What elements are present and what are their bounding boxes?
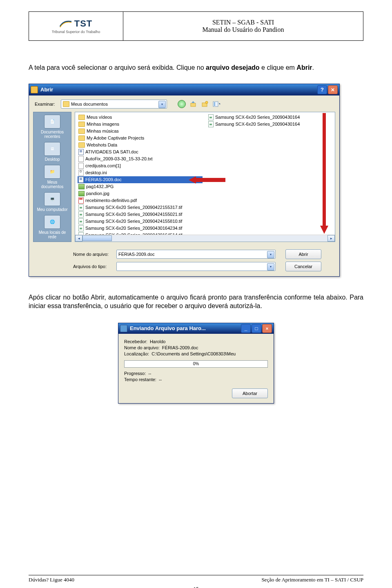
header-line2: Manual do Usuário do Pandion bbox=[203, 26, 284, 33]
file-item-label: Samsung SCX-6x20 Series_20090430164 bbox=[215, 115, 300, 120]
file-item[interactable]: desktop.ini bbox=[78, 169, 203, 176]
scroll-track[interactable] bbox=[82, 235, 327, 241]
tif-icon bbox=[208, 121, 214, 127]
file-item[interactable]: AutoFix_2009-03-30_15-33-20.txt bbox=[78, 155, 203, 162]
filename-label: Nome do arquivo: bbox=[73, 252, 112, 257]
network-icon: 🌐 bbox=[44, 215, 60, 229]
place-network[interactable]: 🌐Meus locais de rede bbox=[36, 215, 69, 239]
file-item-label: Minhas imagens bbox=[87, 122, 119, 126]
doc-icon bbox=[78, 149, 84, 155]
folder-icon bbox=[78, 122, 85, 127]
file-item[interactable]: Samsung SCX-6x20 Series_20090430164 bbox=[207, 114, 332, 121]
up-one-level-icon[interactable] bbox=[190, 100, 197, 108]
status-row: Nome do arquivo:FÉRIAS-2009.doc bbox=[124, 345, 268, 350]
file-item-label: Samsung SCX-6x20 Series_20090430164234.t… bbox=[85, 226, 182, 231]
folder-icon bbox=[63, 101, 69, 107]
mycomputer-icon: 💻 bbox=[44, 192, 60, 206]
tif-icon bbox=[78, 225, 84, 231]
new-folder-icon[interactable] bbox=[201, 100, 209, 108]
status-row: Tempo restante:-- bbox=[124, 377, 268, 382]
svg-point-2 bbox=[205, 101, 208, 104]
back-icon[interactable] bbox=[178, 100, 186, 108]
scroll-left-icon[interactable]: ◂ bbox=[75, 235, 82, 242]
file-item[interactable]: recebimento-definitivo.pdf bbox=[78, 197, 203, 204]
txt-icon bbox=[78, 163, 84, 169]
file-item[interactable]: Minhas músicas bbox=[78, 128, 203, 135]
page-header: TST Tribunal Superior do Trabalho SETIN … bbox=[29, 11, 363, 41]
page-footer: Dúvidas? Ligue 4040 Seção de Aprimoramen… bbox=[29, 575, 363, 583]
filetype-label: Arquivos do tipo: bbox=[73, 264, 112, 269]
folder-icon bbox=[78, 135, 85, 141]
open-dialog-titlebar[interactable]: Abrir ? × bbox=[29, 84, 339, 95]
place-desktop[interactable]: 🖥Desktop bbox=[36, 142, 69, 162]
paragraph-2: Após clicar no botão Abrir, automaticame… bbox=[29, 293, 363, 311]
cancel-button[interactable]: Cancelar bbox=[285, 262, 321, 271]
status-dialog-titlebar[interactable]: Enviando Arquivo para Haro... _ □ × bbox=[118, 323, 274, 334]
folder-icon bbox=[78, 129, 85, 134]
svg-marker-9 bbox=[320, 226, 328, 234]
file-item[interactable]: FÉRIAS-2009.doc bbox=[78, 176, 203, 183]
file-item[interactable]: Samsung SCX-6x20 Series_20090422155317.t… bbox=[78, 204, 203, 211]
file-item-label: My Adobe Captivate Projects bbox=[87, 135, 144, 140]
header-line1: SETIN – SGAB - SATI bbox=[212, 19, 274, 26]
status-row: Recebedor:Haroldo bbox=[124, 339, 268, 344]
svg-rect-6 bbox=[214, 105, 215, 106]
file-item-label: Samsung SCX-6x20 Series_20090424155021.t… bbox=[85, 212, 182, 217]
save-icon bbox=[120, 325, 127, 332]
file-item[interactable]: Minhas imagens bbox=[78, 121, 203, 128]
svg-rect-4 bbox=[214, 102, 215, 103]
file-item-label: Samsung SCX-6x20 Series_20090430164 bbox=[215, 122, 300, 126]
lookin-combo[interactable]: Meus documentos ▾ bbox=[61, 100, 167, 109]
scroll-thumb[interactable] bbox=[82, 235, 112, 241]
file-item[interactable]: Meus vídeos bbox=[78, 114, 203, 121]
place-recent[interactable]: 📄Documentos recentes bbox=[36, 115, 69, 139]
file-item[interactable]: pandion.jpg bbox=[78, 190, 203, 197]
img-icon bbox=[78, 191, 85, 196]
img-icon bbox=[78, 184, 85, 189]
mydocs-icon: 📁 bbox=[44, 165, 60, 179]
doc-icon bbox=[78, 177, 84, 183]
footer-left: Dúvidas? Ligue 4040 bbox=[29, 577, 74, 583]
file-item[interactable]: Samsung SCX-6x20 Series_20090424155810.t… bbox=[78, 218, 203, 225]
progress-bar: 0% bbox=[124, 360, 268, 368]
open-button[interactable]: Abrir bbox=[285, 249, 321, 259]
file-item-label: Samsung SCX-6x20 Series_20090424155810.t… bbox=[85, 219, 182, 224]
file-item[interactable]: pag1432.JPG bbox=[78, 183, 203, 190]
file-item[interactable]: credijustra.com[1] bbox=[78, 162, 203, 169]
close-button[interactable]: × bbox=[328, 85, 338, 94]
horizontal-scrollbar[interactable]: ◂ ▸ bbox=[75, 235, 335, 242]
file-item[interactable]: Samsung SCX-6x20 Series_20090430164 bbox=[207, 121, 332, 128]
filename-input[interactable]: FÉRIAS-2009.doc ▾ bbox=[116, 250, 276, 259]
file-item-label: recebimento-definitivo.pdf bbox=[85, 198, 137, 203]
filetype-combo[interactable]: ▾ bbox=[116, 262, 276, 271]
svg-rect-0 bbox=[191, 103, 196, 107]
help-button[interactable]: ? bbox=[317, 85, 327, 94]
file-item[interactable]: Samsung SCX-6x20 Series_20090430164234.t… bbox=[78, 225, 203, 232]
file-item[interactable]: My Adobe Captivate Projects bbox=[78, 135, 203, 142]
file-item-label: Minhas músicas bbox=[87, 129, 119, 133]
abort-button[interactable]: Abortar bbox=[232, 388, 268, 398]
file-item[interactable]: ATIVIDADES DA SATI.doc bbox=[78, 149, 203, 155]
file-item-label: ATIVIDADES DA SATI.doc bbox=[85, 149, 138, 154]
page-number: 15 bbox=[0, 586, 392, 588]
paragraph-1: A tela para você selecionar o arquivo se… bbox=[29, 63, 363, 72]
lookin-label: Examinar: bbox=[35, 102, 58, 107]
chevron-down-icon[interactable]: ▾ bbox=[267, 251, 274, 258]
file-item[interactable]: Samsung SCX-6x20 Series_20090424155021.t… bbox=[78, 211, 203, 218]
ini-icon bbox=[78, 170, 84, 176]
views-icon[interactable] bbox=[213, 100, 220, 108]
minimize-button[interactable]: _ bbox=[241, 324, 251, 333]
chevron-down-icon[interactable]: ▾ bbox=[267, 263, 274, 271]
place-mydocs[interactable]: 📁Meus documentos bbox=[36, 165, 69, 189]
logo-subtitle: Tribunal Superior do Trabalho bbox=[52, 30, 100, 34]
file-list-pane[interactable]: Meus vídeosMinhas imagensMinhas músicasM… bbox=[75, 112, 335, 242]
logo-cell: TST Tribunal Superior do Trabalho bbox=[29, 12, 123, 40]
file-item-label: Webshots Data bbox=[87, 142, 117, 147]
chevron-down-icon[interactable]: ▾ bbox=[158, 101, 166, 108]
scroll-right-icon[interactable]: ▸ bbox=[327, 235, 335, 242]
place-mycomputer[interactable]: 💻Meu computador bbox=[36, 192, 69, 212]
maximize-button[interactable]: □ bbox=[252, 324, 261, 333]
open-file-dialog: Abrir ? × Examinar: Meus documentos ▾ bbox=[29, 84, 340, 277]
close-button[interactable]: × bbox=[262, 324, 272, 333]
file-item[interactable]: Webshots Data bbox=[78, 142, 203, 149]
